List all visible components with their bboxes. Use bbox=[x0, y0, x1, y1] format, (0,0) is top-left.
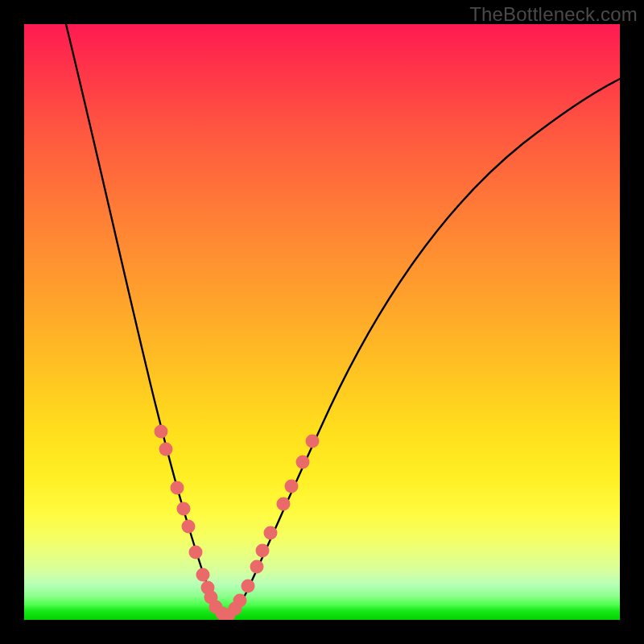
data-dot bbox=[285, 480, 299, 493]
data-dot bbox=[182, 520, 196, 534]
data-dot bbox=[256, 544, 270, 558]
plot-area bbox=[24, 24, 620, 620]
dots-group bbox=[155, 425, 320, 621]
data-dot bbox=[171, 481, 184, 495]
curve-right bbox=[227, 79, 620, 618]
data-dot bbox=[264, 526, 278, 540]
data-dot bbox=[306, 435, 320, 448]
data-dot bbox=[296, 456, 310, 469]
watermark-text: TheBottleneck.com bbox=[469, 3, 638, 26]
data-dot bbox=[242, 580, 255, 593]
data-dot bbox=[233, 594, 247, 608]
data-dot bbox=[189, 546, 203, 559]
data-dot bbox=[250, 560, 264, 574]
data-dot bbox=[159, 443, 173, 456]
data-dot bbox=[277, 497, 291, 511]
data-dot bbox=[196, 568, 210, 582]
curve-left bbox=[66, 24, 227, 618]
chart-svg bbox=[24, 24, 620, 620]
data-dot bbox=[155, 425, 168, 439]
outer-frame: TheBottleneck.com bbox=[0, 0, 644, 644]
data-dot bbox=[177, 502, 191, 516]
